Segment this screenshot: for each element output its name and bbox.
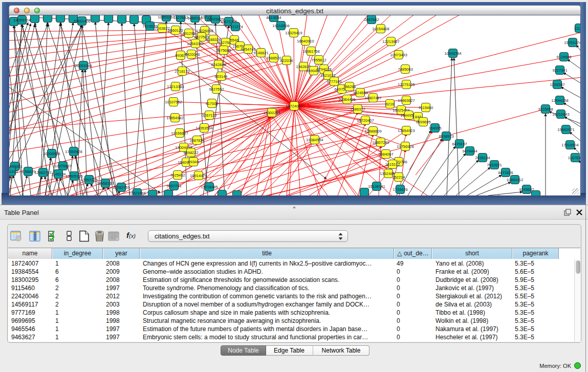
svg-text:6216: 6216 (386, 102, 395, 106)
svg-text:7632621: 7632621 (487, 163, 502, 167)
svg-text:10107552: 10107552 (165, 100, 182, 104)
svg-text:12353594: 12353594 (195, 126, 212, 130)
svg-text:10688609: 10688609 (364, 129, 381, 134)
svg-text:9827552: 9827552 (209, 87, 224, 92)
svg-text:13325419: 13325419 (285, 31, 302, 35)
svg-text:8471626: 8471626 (498, 170, 513, 175)
svg-text:9699695: 9699695 (416, 120, 430, 124)
svg-text:9115460: 9115460 (419, 105, 433, 110)
svg-text:19384554: 19384554 (306, 138, 323, 142)
svg-text:13654923: 13654923 (398, 128, 415, 133)
svg-text:252214: 252214 (392, 175, 405, 180)
svg-text:8242848: 8242848 (211, 62, 226, 67)
svg-text:6466160: 6466160 (187, 16, 202, 20)
svg-text:1615112: 1615112 (385, 162, 400, 167)
svg-text:5498222: 5498222 (183, 150, 198, 155)
svg-text:7163822: 7163822 (155, 26, 169, 31)
svg-text:12213967: 12213967 (382, 39, 399, 44)
svg-text:1733426: 1733426 (393, 187, 407, 192)
svg-text:19654982: 19654982 (166, 116, 183, 120)
svg-text:1156829: 1156829 (21, 169, 36, 174)
svg-text:17359928: 17359928 (65, 149, 82, 154)
svg-text:891295: 891295 (182, 31, 195, 36)
svg-text:10543342: 10543342 (187, 41, 204, 46)
svg-text:3824554: 3824554 (353, 91, 367, 95)
svg-text:9227341: 9227341 (552, 68, 567, 73)
svg-text:15300215: 15300215 (263, 111, 280, 115)
svg-text:15136141: 15136141 (368, 184, 385, 189)
svg-text:10975887: 10975887 (54, 164, 71, 168)
svg-text:18807249: 18807249 (372, 140, 389, 145)
svg-text:9146821: 9146821 (253, 51, 268, 55)
svg-text:1167534: 1167534 (568, 156, 580, 160)
svg-text:99367: 99367 (176, 53, 186, 58)
svg-text:3215958: 3215958 (538, 107, 553, 112)
svg-text:15751074: 15751074 (564, 40, 580, 45)
svg-text:2935134: 2935134 (475, 156, 490, 160)
svg-text:15720407: 15720407 (357, 118, 374, 123)
svg-text:17957225: 17957225 (80, 178, 97, 182)
svg-text:10654112: 10654112 (507, 178, 524, 182)
svg-text:99349: 99349 (188, 160, 199, 164)
svg-text:12275125: 12275125 (398, 82, 415, 87)
svg-text:1588520: 1588520 (266, 56, 281, 60)
svg-text:9084067: 9084067 (378, 152, 393, 157)
svg-text:822034: 822034 (280, 58, 293, 63)
svg-text:7485063: 7485063 (398, 67, 412, 72)
svg-text:16914479: 16914479 (190, 173, 207, 178)
svg-text:19166827: 19166827 (171, 131, 188, 136)
svg-text:17016504: 17016504 (561, 143, 578, 147)
svg-text:18640910: 18640910 (297, 39, 314, 43)
svg-text:7955812: 7955812 (311, 58, 326, 62)
svg-text:9129986: 9129986 (556, 55, 571, 59)
svg-text:746266: 746266 (343, 84, 356, 89)
svg-text:12213383: 12213383 (167, 84, 184, 89)
svg-text:20364436: 20364436 (338, 97, 355, 102)
svg-text:20691406: 20691406 (73, 19, 90, 24)
svg-text:11123: 11123 (574, 26, 580, 31)
svg-text:1527602: 1527602 (173, 15, 188, 20)
svg-text:6479197: 6479197 (452, 142, 467, 146)
svg-text:19218506: 19218506 (272, 24, 289, 28)
svg-text:10973493: 10973493 (390, 53, 407, 57)
svg-text:3572274: 3572274 (228, 25, 243, 29)
svg-text:5675685: 5675685 (216, 48, 231, 53)
svg-text:16782759: 16782759 (113, 185, 129, 190)
svg-text:8813054: 8813054 (266, 15, 281, 20)
svg-text:19756928: 19756928 (397, 144, 413, 149)
svg-text:991413: 991413 (9, 169, 18, 174)
svg-text:2087662: 2087662 (364, 17, 379, 22)
svg-text:19463627: 19463627 (398, 98, 415, 103)
svg-text:18724007: 18724007 (286, 104, 302, 108)
svg-text:803144: 803144 (214, 74, 227, 79)
svg-text:7386372: 7386372 (350, 107, 365, 112)
svg-text:20053346: 20053346 (75, 63, 92, 68)
svg-text:1209387: 1209387 (550, 82, 564, 87)
svg-text:16961758: 16961758 (302, 49, 319, 54)
svg-text:10648784: 10648784 (444, 51, 461, 56)
svg-text:1145134: 1145134 (51, 172, 66, 177)
svg-text:8938923: 8938923 (439, 134, 453, 139)
svg-text:20206526: 20206526 (43, 151, 60, 156)
svg-text:10154808: 10154808 (372, 27, 389, 31)
svg-text:12942757: 12942757 (34, 170, 51, 175)
svg-text:164095: 164095 (428, 126, 441, 130)
svg-text:9474444: 9474444 (462, 149, 477, 154)
svg-text:16210643: 16210643 (552, 112, 569, 117)
svg-text:8660123: 8660123 (168, 28, 183, 33)
svg-text:14055724: 14055724 (13, 18, 30, 23)
svg-text:2718170: 2718170 (175, 69, 189, 74)
svg-text:10807487: 10807487 (364, 96, 381, 100)
svg-text:9657791: 9657791 (166, 184, 181, 188)
svg-text:15716485: 15716485 (201, 185, 217, 189)
svg-text:15692971: 15692971 (557, 127, 574, 132)
svg-text:3267110: 3267110 (202, 113, 217, 118)
svg-text:12444158: 12444158 (551, 98, 568, 103)
svg-text:10958167: 10958167 (97, 181, 114, 186)
svg-text:417006: 417006 (205, 101, 218, 106)
svg-text:9777169: 9777169 (326, 79, 341, 84)
svg-text:12923468: 12923468 (128, 191, 145, 195)
svg-text:7625402: 7625402 (170, 173, 185, 178)
svg-text:9245652: 9245652 (519, 187, 534, 192)
svg-text:10653267: 10653267 (158, 15, 175, 19)
